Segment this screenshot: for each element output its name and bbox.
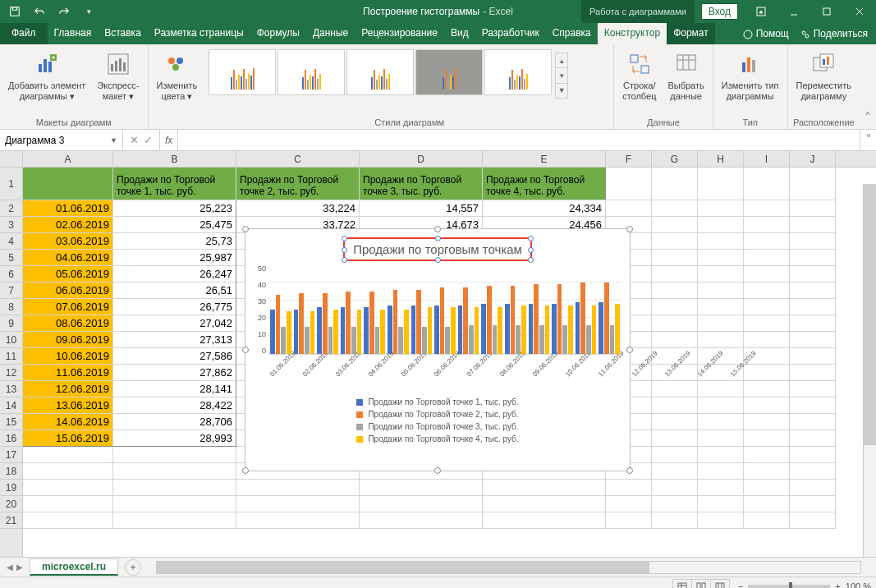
bar[interactable] (539, 325, 544, 354)
bar[interactable] (445, 327, 450, 354)
cell[interactable] (744, 430, 790, 447)
cell[interactable] (744, 414, 790, 430)
bar[interactable] (341, 307, 346, 354)
page-layout-view-icon[interactable] (691, 579, 711, 589)
bar[interactable] (328, 327, 333, 354)
cell[interactable] (790, 283, 836, 299)
fx-label[interactable]: fx (160, 130, 178, 150)
cell[interactable] (744, 447, 790, 463)
zoom-thumb[interactable] (789, 582, 792, 589)
title-handle[interactable] (435, 236, 441, 241)
cell[interactable]: 08.06.2019 (23, 315, 113, 332)
expand-formula-bar-icon[interactable]: ˅ (860, 130, 876, 150)
tab-file[interactable]: Файл (0, 23, 48, 44)
bar[interactable] (299, 293, 304, 354)
cell[interactable] (698, 315, 744, 332)
cell[interactable] (790, 447, 836, 463)
cell[interactable] (744, 397, 790, 414)
sheet-nav-next-icon[interactable]: ▶ (16, 563, 23, 572)
row-header[interactable]: 4 (0, 233, 22, 250)
row-header[interactable]: 12 (0, 365, 22, 381)
cell[interactable]: 05.06.2019 (23, 266, 113, 283)
cell[interactable]: 25,987 (113, 250, 236, 266)
tab-design[interactable]: Конструктор (598, 23, 667, 44)
bar[interactable] (586, 325, 591, 354)
bar[interactable] (369, 292, 374, 354)
row-header[interactable]: 2 (0, 200, 22, 217)
cell[interactable]: 02.06.2019 (23, 217, 113, 233)
chart-style-5[interactable] (484, 49, 552, 95)
legend-item[interactable]: Продажи по Торговой точке 1, тыс. руб. (245, 396, 630, 408)
row-header[interactable]: 1 (0, 168, 22, 200)
cell[interactable] (744, 168, 790, 200)
tab-format[interactable]: Формат (667, 23, 715, 44)
quick-layout-button[interactable]: Экспресс- макет ▾ (94, 49, 142, 103)
cell[interactable] (652, 217, 698, 233)
cell[interactable] (790, 200, 836, 217)
cell[interactable]: 01.06.2019 (23, 200, 113, 217)
sheet-tab[interactable]: microexcel.ru (30, 558, 118, 576)
cell[interactable] (744, 233, 790, 250)
bar[interactable] (481, 304, 486, 354)
column-header[interactable]: A (23, 151, 113, 167)
cell[interactable] (744, 496, 790, 512)
save-icon[interactable] (3, 2, 26, 21)
cell[interactable] (698, 168, 744, 200)
gallery-more-icon[interactable]: ▼ (556, 84, 567, 98)
bar[interactable] (568, 305, 573, 354)
bar[interactable] (552, 304, 557, 354)
cell[interactable] (652, 463, 698, 480)
bar[interactable] (428, 307, 433, 354)
enter-formula-icon[interactable]: ✓ (144, 134, 153, 146)
cell[interactable] (744, 315, 790, 332)
close-icon[interactable] (843, 0, 876, 23)
cell[interactable] (698, 447, 744, 463)
cell[interactable] (698, 283, 744, 299)
cell[interactable] (652, 447, 698, 463)
cell[interactable] (790, 250, 836, 266)
qat-customize-icon[interactable]: ▾ (77, 2, 100, 21)
cell[interactable] (652, 315, 698, 332)
ribbon-options-icon[interactable] (745, 0, 777, 23)
cell[interactable] (113, 480, 236, 496)
bar[interactable] (351, 327, 356, 354)
cell[interactable]: 25,475 (113, 217, 236, 233)
bar[interactable] (388, 305, 392, 354)
bar[interactable] (380, 310, 385, 355)
legend-item[interactable]: Продажи по Торговой точке 4, тыс. руб. (245, 433, 630, 445)
cell[interactable] (652, 496, 698, 512)
cell[interactable] (744, 332, 790, 348)
bar[interactable] (411, 305, 416, 354)
page-break-view-icon[interactable] (710, 579, 730, 589)
bar[interactable] (404, 310, 409, 355)
bar[interactable] (534, 284, 539, 354)
resize-handle[interactable] (626, 226, 633, 232)
name-box[interactable]: Диаграмма 3 ▼ (0, 130, 123, 150)
title-handle[interactable] (528, 247, 534, 253)
title-handle[interactable] (528, 257, 534, 263)
cell[interactable] (790, 266, 836, 283)
move-chart-button[interactable]: Переместить диаграмму (793, 49, 855, 103)
cell[interactable] (790, 217, 836, 233)
title-handle[interactable] (435, 257, 441, 263)
bar[interactable] (440, 287, 445, 354)
bar[interactable] (305, 327, 310, 354)
title-handle[interactable] (342, 236, 347, 241)
bar[interactable] (317, 307, 322, 354)
cell[interactable]: 06.06.2019 (23, 283, 113, 299)
row-header[interactable]: 6 (0, 266, 22, 283)
cell[interactable] (744, 512, 790, 529)
bar[interactable] (294, 310, 299, 355)
bar[interactable] (545, 305, 550, 354)
tab-home[interactable]: Главная (48, 23, 99, 44)
cell[interactable]: 28,141 (113, 381, 236, 397)
column-header[interactable]: H (698, 151, 744, 167)
bar[interactable] (364, 307, 369, 354)
resize-handle[interactable] (242, 347, 249, 353)
tab-formulas[interactable]: Формулы (250, 23, 306, 44)
cell[interactable] (790, 463, 836, 480)
switch-row-col-button[interactable]: Строка/ столбец (619, 49, 659, 103)
gallery-down-icon[interactable]: ▾ (556, 68, 567, 83)
cell[interactable] (698, 332, 744, 348)
resize-handle[interactable] (434, 226, 441, 232)
